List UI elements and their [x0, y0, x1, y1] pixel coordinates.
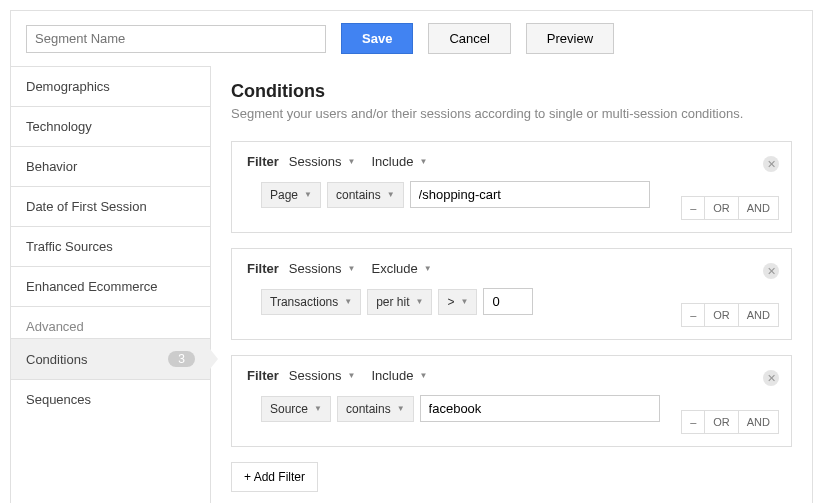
sidebar-item-conditions[interactable]: Conditions 3	[11, 338, 210, 379]
mode-dropdown[interactable]: Include▼	[371, 368, 427, 383]
match-dropdown[interactable]: per hit▼	[367, 289, 432, 315]
save-button[interactable]: Save	[341, 23, 413, 54]
segment-builder: Save Cancel Preview Demographics Technol…	[10, 10, 813, 503]
page-subtitle: Segment your users and/or their sessions…	[231, 106, 792, 121]
chevron-down-icon: ▼	[424, 264, 432, 273]
cancel-button[interactable]: Cancel	[428, 23, 510, 54]
filter-label: Filter	[247, 154, 279, 169]
value-input[interactable]	[483, 288, 533, 315]
and-button[interactable]: AND	[738, 410, 779, 434]
sidebar-item-sequences[interactable]: Sequences	[11, 379, 210, 419]
filter-operators: – OR AND	[682, 410, 779, 434]
chevron-down-icon: ▼	[416, 297, 424, 306]
scope-dropdown[interactable]: Sessions▼	[289, 261, 356, 276]
minus-button[interactable]: –	[681, 410, 705, 434]
chevron-down-icon: ▼	[348, 157, 356, 166]
dimension-dropdown[interactable]: Source▼	[261, 396, 331, 422]
chevron-down-icon: ▼	[419, 157, 427, 166]
filter-block: ✕ Filter Sessions▼ Exclude▼ Transactions…	[231, 248, 792, 340]
scope-dropdown[interactable]: Sessions▼	[289, 154, 356, 169]
remove-filter-button[interactable]: ✕	[763, 156, 779, 172]
chevron-down-icon: ▼	[348, 264, 356, 273]
minus-button[interactable]: –	[681, 196, 705, 220]
and-button[interactable]: AND	[738, 303, 779, 327]
remove-filter-button[interactable]: ✕	[763, 263, 779, 279]
filter-block: ✕ Filter Sessions▼ Include▼ Page▼ contai…	[231, 141, 792, 233]
chevron-down-icon: ▼	[397, 404, 405, 413]
page-title: Conditions	[231, 81, 792, 102]
or-button[interactable]: OR	[704, 410, 739, 434]
preview-button[interactable]: Preview	[526, 23, 614, 54]
minus-button[interactable]: –	[681, 303, 705, 327]
content-panel: Conditions Segment your users and/or the…	[211, 66, 812, 503]
and-button[interactable]: AND	[738, 196, 779, 220]
topbar: Save Cancel Preview	[11, 11, 812, 66]
or-button[interactable]: OR	[704, 303, 739, 327]
sidebar-section-advanced: Advanced	[11, 306, 210, 338]
dimension-dropdown[interactable]: Page▼	[261, 182, 321, 208]
remove-filter-button[interactable]: ✕	[763, 370, 779, 386]
segment-name-input[interactable]	[26, 25, 326, 53]
sidebar-item-demographics[interactable]: Demographics	[11, 66, 210, 106]
operator-dropdown[interactable]: >▼	[438, 289, 477, 315]
chevron-down-icon: ▼	[344, 297, 352, 306]
chevron-down-icon: ▼	[419, 371, 427, 380]
value-input[interactable]	[420, 395, 660, 422]
chevron-down-icon: ▼	[348, 371, 356, 380]
sidebar-item-traffic-sources[interactable]: Traffic Sources	[11, 226, 210, 266]
filter-operators: – OR AND	[682, 196, 779, 220]
dimension-dropdown[interactable]: Transactions▼	[261, 289, 361, 315]
match-dropdown[interactable]: contains▼	[337, 396, 414, 422]
filter-operators: – OR AND	[682, 303, 779, 327]
mode-dropdown[interactable]: Include▼	[371, 154, 427, 169]
conditions-count-badge: 3	[168, 351, 195, 367]
sidebar-item-enhanced-ecommerce[interactable]: Enhanced Ecommerce	[11, 266, 210, 306]
sidebar-item-date-first-session[interactable]: Date of First Session	[11, 186, 210, 226]
or-button[interactable]: OR	[704, 196, 739, 220]
value-input[interactable]	[410, 181, 650, 208]
scope-dropdown[interactable]: Sessions▼	[289, 368, 356, 383]
chevron-down-icon: ▼	[460, 297, 468, 306]
sidebar-item-behavior[interactable]: Behavior	[11, 146, 210, 186]
sidebar-item-label: Conditions	[26, 352, 87, 367]
mode-dropdown[interactable]: Exclude▼	[371, 261, 431, 276]
add-filter-button[interactable]: + Add Filter	[231, 462, 318, 492]
match-dropdown[interactable]: contains▼	[327, 182, 404, 208]
sidebar: Demographics Technology Behavior Date of…	[11, 66, 211, 503]
filter-label: Filter	[247, 261, 279, 276]
sidebar-item-technology[interactable]: Technology	[11, 106, 210, 146]
chevron-down-icon: ▼	[314, 404, 322, 413]
chevron-down-icon: ▼	[387, 190, 395, 199]
filter-block: ✕ Filter Sessions▼ Include▼ Source▼ cont…	[231, 355, 792, 447]
chevron-down-icon: ▼	[304, 190, 312, 199]
filter-label: Filter	[247, 368, 279, 383]
